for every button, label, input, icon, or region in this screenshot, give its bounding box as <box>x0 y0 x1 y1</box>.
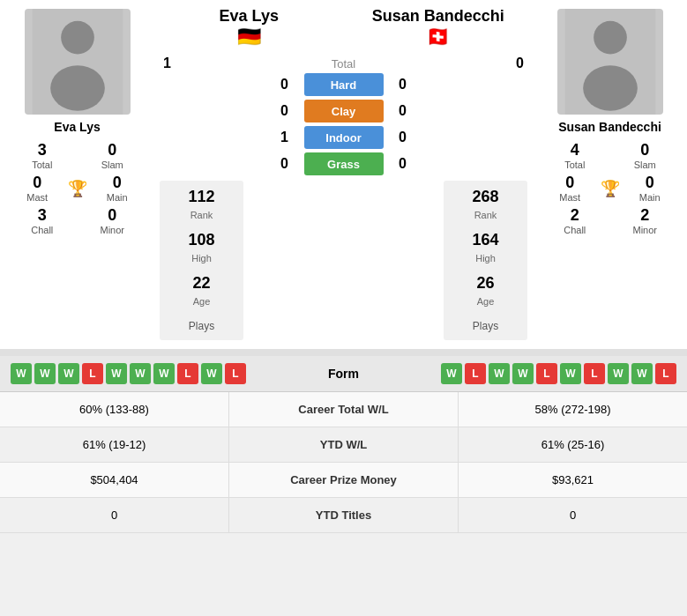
stats-right-0: 58% (272-198) <box>459 392 687 427</box>
left-form-badge-w: W <box>153 363 175 384</box>
indoor-row: 1 Indoor 0 <box>160 126 527 149</box>
left-form-badge-l: L <box>82 363 103 384</box>
indoor-right-score: 0 <box>391 130 415 145</box>
left-stats-grid: 3 Total 0 Slam <box>7 141 147 170</box>
total-surface-row: 1 Total 0 <box>154 54 533 73</box>
right-mast-stat: 0 Mast <box>544 174 596 203</box>
right-rank-box: 268 Rank <box>452 188 519 222</box>
right-main-stat: 0 Main <box>624 174 676 203</box>
right-chall-grid: 2 Chall 2 Minor <box>540 206 680 235</box>
left-player-name: Eva Lys <box>54 120 100 134</box>
left-chall-stat: 3 Chall <box>11 206 73 235</box>
stats-label-0: Career Total W/L <box>228 392 459 427</box>
center-right-name: Susan Bandecchi <box>344 7 534 26</box>
form-label: Form <box>309 367 379 381</box>
center-right-name-block: Susan Bandecchi 🇨🇭 <box>344 7 534 48</box>
indoor-left-score: 1 <box>273 130 297 145</box>
stats-label-1: YTD W/L <box>228 427 459 462</box>
top-comparison-area: Eva Lys 3 Total 0 Slam 0 Mast 🏆 <box>0 0 687 349</box>
right-form-badge-l: L <box>465 363 486 384</box>
left-rank-box: 112 Rank <box>168 188 235 222</box>
stats-right-1: 61% (25-16) <box>459 427 687 462</box>
left-high-box: 108 High <box>168 231 235 265</box>
left-form-badge-w: W <box>201 363 222 384</box>
right-form-badge-w: W <box>512 363 534 384</box>
left-form-badge-w: W <box>106 363 127 384</box>
left-form-badge-w: W <box>58 363 79 384</box>
grass-left-score: 0 <box>273 156 297 172</box>
stats-row-2: $504,404Career Prize Money$93,621 <box>0 463 687 498</box>
left-minor-stat: 0 Minor <box>82 206 144 235</box>
right-form-badge-w: W <box>608 363 629 384</box>
left-age-box: 22 Age <box>168 274 235 308</box>
grass-right-score: 0 <box>391 156 415 172</box>
surface-rows: 0 Hard 0 0 Clay 0 1 <box>154 73 533 175</box>
center-area: Eva Lys 🇩🇪 Susan Bandecchi 🇨🇭 1 Total 0 … <box>154 0 533 340</box>
form-section: WWWLWWWLWL Form WLWWLWLWWL <box>0 356 687 392</box>
stats-row-3: 0YTD Titles0 <box>0 498 687 533</box>
right-info-panel: 268 Rank 164 High 26 Age Plays <box>444 181 527 340</box>
svg-point-4 <box>594 21 627 55</box>
hard-row: 0 Hard 0 <box>160 73 527 96</box>
stats-row-0: 60% (133-88)Career Total W/L58% (272-198… <box>0 392 687 427</box>
right-player-avatar <box>557 9 663 115</box>
svg-point-2 <box>50 65 105 110</box>
center-left-name-block: Eva Lys 🇩🇪 <box>154 7 344 48</box>
right-form-badge-l: L <box>655 363 676 384</box>
left-flag: 🇩🇪 <box>154 26 344 48</box>
right-high-box: 164 High <box>452 231 519 265</box>
clay-right-score: 0 <box>391 103 415 119</box>
stats-row-1: 61% (19-12)YTD W/L61% (25-16) <box>0 427 687 463</box>
left-info-panel: 112 Rank 108 High 22 Age Plays <box>160 181 243 340</box>
right-form-badge-l: L <box>536 363 557 384</box>
right-plays-box: Plays <box>452 317 519 333</box>
left-trophy-row: 0 Mast 🏆 0 Main <box>7 174 147 203</box>
svg-point-5 <box>583 65 638 110</box>
right-total-stat: 4 Total <box>544 141 606 170</box>
clay-badge: Clay <box>304 100 384 122</box>
right-form-badges: WLWWLWLWWL <box>441 363 676 384</box>
left-form-badge-l: L <box>177 363 198 384</box>
right-form-badge-w: W <box>489 363 510 384</box>
left-chall-grid: 3 Chall 0 Minor <box>7 206 147 235</box>
stats-left-1: 61% (19-12) <box>0 427 228 462</box>
right-stats-grid: 4 Total 0 Slam <box>540 141 680 170</box>
left-form-badge-w: W <box>34 363 56 384</box>
grass-row: 0 Grass 0 <box>160 152 527 175</box>
svg-point-1 <box>61 21 94 55</box>
left-total-stat: 3 Total <box>11 141 73 170</box>
hard-badge: Hard <box>304 73 384 96</box>
stats-right-2: $93,621 <box>459 463 687 497</box>
stats-left-2: $504,404 <box>0 463 228 497</box>
indoor-badge: Indoor <box>304 126 384 149</box>
main-container: Eva Lys 3 Total 0 Slam 0 Mast 🏆 <box>0 0 687 533</box>
stats-right-3: 0 <box>459 498 687 532</box>
right-form-badge-w: W <box>560 363 581 384</box>
right-age-box: 26 Age <box>452 274 519 308</box>
left-mast-stat: 0 Mast <box>11 174 63 203</box>
clay-left-score: 0 <box>273 103 297 119</box>
right-flag: 🇨🇭 <box>344 26 534 48</box>
right-form-badge-l: L <box>584 363 605 384</box>
left-form-badges: WWWLWWWLWL <box>11 363 246 384</box>
right-player-name: Susan Bandecchi <box>558 120 661 134</box>
left-form-badge-l: L <box>225 363 246 384</box>
hard-right-score: 0 <box>391 77 415 93</box>
right-form-badge-w: W <box>631 363 653 384</box>
left-main-stat: 0 Main <box>92 174 144 203</box>
stats-label-2: Career Prize Money <box>228 463 459 497</box>
left-form-badge-w: W <box>130 363 151 384</box>
grass-badge: Grass <box>304 152 384 175</box>
right-trophy-icon: 🏆 <box>601 179 620 198</box>
section-divider <box>0 349 687 356</box>
stats-left-0: 60% (133-88) <box>0 392 228 427</box>
center-names-row: Eva Lys 🇩🇪 Susan Bandecchi 🇨🇭 <box>154 7 533 48</box>
right-slam-stat: 0 Slam <box>615 141 676 170</box>
right-minor-stat: 2 Minor <box>615 206 676 235</box>
left-plays-box: Plays <box>168 317 235 333</box>
left-form-badge-w: W <box>11 363 32 384</box>
right-player-card: Susan Bandecchi 4 Total 0 Slam 0 Mast 🏆 <box>533 0 687 340</box>
stats-label-3: YTD Titles <box>228 498 459 532</box>
left-player-card: Eva Lys 3 Total 0 Slam 0 Mast 🏆 <box>0 0 154 340</box>
stats-left-3: 0 <box>0 498 228 532</box>
